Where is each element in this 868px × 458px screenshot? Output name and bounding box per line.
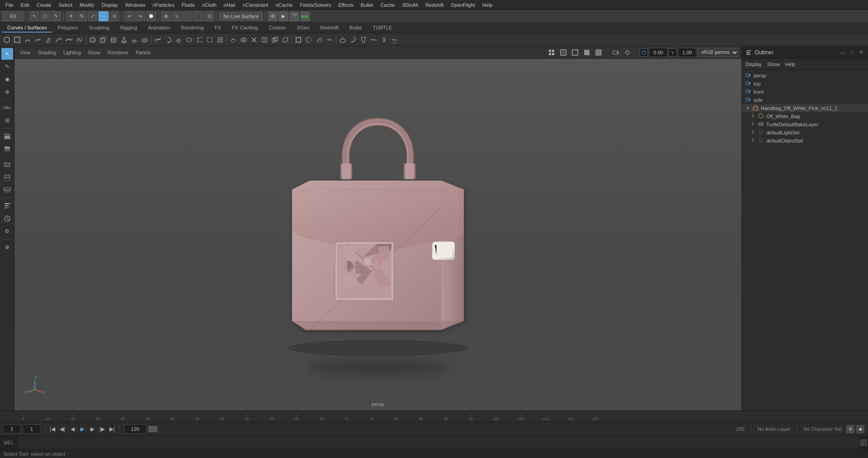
scale-tool-btn[interactable]: ⤢ [88, 11, 98, 21]
twist-btn[interactable] [379, 35, 389, 45]
vp-wire-icon[interactable] [570, 48, 580, 57]
snap-surface-btn[interactable]: ⬛ [193, 11, 203, 21]
outliner-item-lightset[interactable]: └ defaultLightSet [742, 129, 868, 137]
gamma-input[interactable] [678, 48, 696, 57]
rotate-tool-btn[interactable]: ↻ [77, 11, 87, 21]
outliner-item-handbag[interactable]: ▼ Handbag_Off_White_Pink_nc11_1 [742, 104, 868, 112]
renderer-menu[interactable]: Renderer [105, 49, 131, 56]
universal-manip-btn[interactable]: ↔ [99, 11, 108, 21]
render-settings-btn[interactable]: ⚙ [268, 11, 278, 21]
add-attr-btn[interactable]: ⊕ [1, 241, 13, 253]
tab-fx[interactable]: FX [209, 24, 226, 33]
trim-btn[interactable] [249, 35, 259, 45]
outliner-item-top[interactable]: top [742, 80, 868, 88]
exposure-input[interactable] [649, 48, 667, 57]
menu-select[interactable]: Select [55, 1, 76, 9]
tab-redshift[interactable]: Redshift [315, 24, 344, 33]
component-btn[interactable]: ⊞ [1, 114, 13, 126]
tab-turtle[interactable]: TURTLE [367, 24, 397, 33]
squash-btn[interactable] [338, 35, 348, 45]
anim-layer-btn1[interactable] [1, 159, 13, 171]
ipr-btn[interactable]: 🎬 [289, 11, 299, 21]
nurbs-sphere-btn[interactable] [88, 35, 98, 45]
ep-curve-btn[interactable] [64, 35, 74, 45]
menu-help[interactable]: Help [479, 1, 496, 9]
go-to-start-btn[interactable]: |◀ [47, 424, 57, 434]
paint-effects-btn[interactable]: ✎ [1, 61, 13, 72]
tab-rigging[interactable]: Rigging [115, 24, 142, 33]
move-tool-btn[interactable]: ✛ [66, 11, 76, 21]
snap-grid-btn[interactable]: ⊞ [161, 11, 171, 21]
tab-animation[interactable]: Animation [142, 24, 175, 33]
next-key-btn[interactable]: |▶ [97, 424, 107, 434]
helical-btn[interactable] [75, 35, 85, 45]
attr-editor-btn[interactable] [1, 213, 13, 224]
spline-tool-btn[interactable] [54, 35, 64, 45]
outliner-item-turtle[interactable]: └ TurtleDefaultBakeLayer [742, 120, 868, 129]
select-tool-btn[interactable]: ↖ [29, 11, 39, 21]
bend-btn[interactable] [348, 35, 358, 45]
render-layer-btn[interactable] [1, 143, 13, 155]
menu-cache[interactable]: Cache [377, 1, 398, 9]
snap-view-btn[interactable]: ⊡ [204, 11, 214, 21]
current-frame-input[interactable] [23, 425, 41, 434]
soft-select-btn[interactable]: ⊙ [109, 11, 119, 21]
render-btn[interactable]: ▶ [278, 11, 288, 21]
wave-btn[interactable] [390, 35, 400, 45]
tab-xgen[interactable]: XGen [291, 24, 315, 33]
keying-btn[interactable]: ◆ [856, 425, 864, 433]
shading-menu[interactable]: Shading [35, 49, 59, 56]
tab-curves-surfaces[interactable]: Curves / Surfaces [2, 24, 52, 33]
tab-bullet[interactable]: Bullet [344, 24, 368, 33]
menu-bullet[interactable]: Bullet [357, 1, 377, 9]
tool-settings-btn[interactable]: ⚙ [1, 225, 13, 237]
channel-box-btn[interactable] [1, 200, 13, 212]
outliner-item-bag[interactable]: └ Off_White_Bag [742, 112, 868, 120]
outliner-item-persp[interactable]: persp [742, 72, 868, 80]
intersect-btn[interactable] [239, 35, 249, 45]
nurbs-cone-btn[interactable] [119, 35, 129, 45]
menu-create[interactable]: Create [33, 1, 55, 9]
menu-nhair[interactable]: nHair [220, 1, 239, 9]
live-surface-btn[interactable]: No Live Surface [219, 12, 263, 20]
square-surface-btn[interactable] [215, 35, 225, 45]
pencil-tool-btn[interactable] [43, 35, 53, 45]
undo-btn[interactable]: ↩ [124, 11, 134, 21]
display-layer-btn[interactable] [1, 130, 13, 142]
menu-nconstraint[interactable]: nConstraint [239, 1, 272, 9]
play-btn[interactable]: ▶ [77, 424, 87, 434]
circle-tool-btn[interactable] [2, 35, 12, 45]
snap-curve-btn[interactable]: ∿ [172, 11, 182, 21]
sine-btn[interactable] [369, 35, 379, 45]
nurbs-plane-btn[interactable] [129, 35, 139, 45]
show-menu[interactable]: Show [85, 49, 104, 56]
sculpt-mode-btn[interactable]: ◉ [1, 73, 13, 85]
menu-fields[interactable]: Fields/Solvers [296, 1, 335, 9]
fx-dropdown[interactable]: FX [2, 11, 24, 21]
vp-icon1[interactable] [547, 48, 557, 57]
wrinkle-btn[interactable] [325, 35, 335, 45]
menu-edit[interactable]: Edit [17, 1, 33, 9]
vp-camera-icon[interactable] [611, 48, 621, 57]
start-frame-input[interactable] [3, 425, 21, 434]
menu-modify[interactable]: Modify [76, 1, 98, 9]
revolve-btn[interactable] [163, 35, 173, 45]
snap-point-btn[interactable]: · [183, 11, 193, 21]
vp-shade-icon[interactable] [582, 48, 592, 57]
render-seq-btn[interactable]: ▶▶ [300, 11, 310, 21]
obj-mode-btn[interactable]: OBJ [1, 102, 13, 114]
next-frame-btn[interactable]: ▶ [87, 424, 97, 434]
menu-nparticles[interactable]: nParticles [149, 1, 178, 9]
anim-layer-btn2[interactable] [1, 172, 13, 183]
vp-icon2[interactable] [558, 48, 568, 57]
nurbs-cylinder-btn[interactable] [108, 35, 118, 45]
paint-select-btn[interactable]: ✎ [51, 11, 61, 21]
script-editor-btn[interactable] [859, 436, 868, 449]
lighting-menu[interactable]: Lighting [61, 49, 84, 56]
nurbs-torus-btn[interactable] [140, 35, 150, 45]
tab-polygons[interactable]: Polygons [52, 24, 83, 33]
menu-ncloth[interactable]: nCloth [198, 1, 220, 9]
viewport-area[interactable]: View Shading Lighting Show Renderer Pane… [14, 46, 741, 410]
bevel-btn[interactable] [280, 35, 290, 45]
color-space-select[interactable]: sRGB gamma [698, 48, 739, 57]
